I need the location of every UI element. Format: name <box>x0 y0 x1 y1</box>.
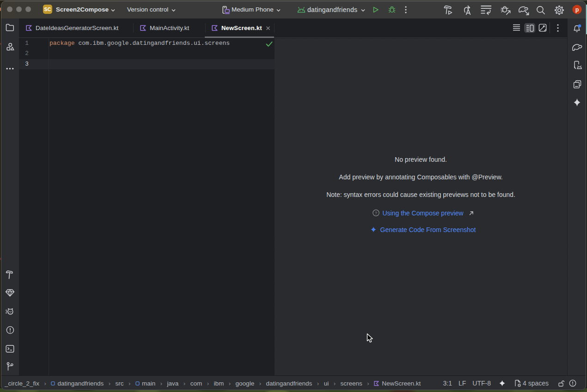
svg-text:?: ? <box>374 210 377 215</box>
svg-text:p: p <box>575 6 579 13</box>
